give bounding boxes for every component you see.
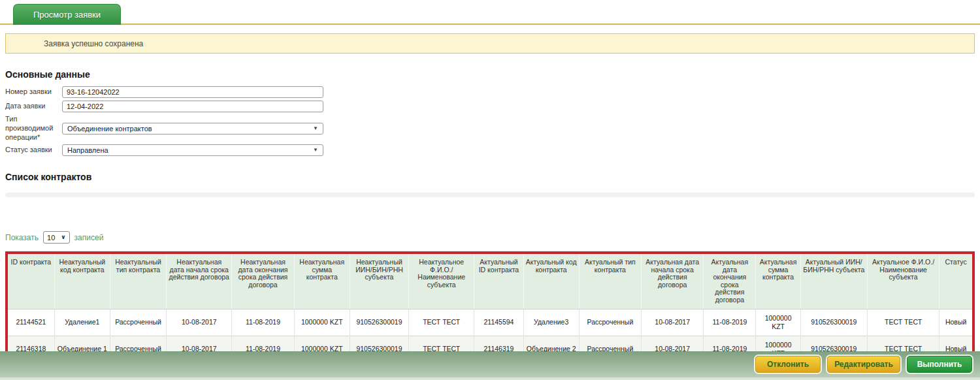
column-header: Актуальный тип контракта: [579, 253, 641, 309]
operation-type-label: Тип производимой операции*: [5, 115, 62, 142]
column-header: Неактуальный тип контракта: [110, 253, 166, 309]
table-cell: 21145594: [474, 309, 523, 336]
column-header: Актуальный ИИН/БИН/РНН субъекта: [800, 253, 867, 309]
column-header: ID контракта: [7, 253, 54, 309]
request-date-input[interactable]: [62, 101, 323, 112]
table-header-row: ID контрактаНеактуальный код контрактаНе…: [7, 253, 973, 309]
section-divider: [5, 193, 975, 197]
contracts-table: ID контрактаНеактуальный код контрактаНе…: [5, 251, 975, 365]
status-message: Заявка успешно сохранена: [5, 33, 975, 54]
table-cell: 10-08-2017: [167, 309, 232, 336]
request-status-label: Статус заявки: [5, 146, 62, 155]
request-status-select[interactable]: Направлена ▼: [62, 144, 323, 156]
column-header: Неактуальная дата окончания срока действ…: [232, 253, 294, 309]
table-cell: 1000000 KZT: [756, 309, 800, 336]
column-header: Актуальная сумма контракта: [756, 253, 800, 309]
table-cell: Рассроченный: [579, 309, 641, 336]
page-size-value: 10: [47, 234, 55, 242]
footer: Отклонить Редактировать Выполнить: [0, 351, 980, 380]
table-cell: 21144521: [7, 309, 54, 336]
column-header: Неактуальная дата начала срока действия …: [167, 253, 232, 309]
footer-bottom-strip: [0, 377, 980, 380]
column-header: Неактуальное Ф.И.О./ Наименование субъек…: [409, 253, 474, 309]
form-row-request-status: Статус заявки Направлена ▼: [5, 144, 980, 156]
table-cell: 910526300019: [800, 309, 867, 336]
column-header: Неактуальный ИИН/БИН/РНН субъекта: [350, 253, 408, 309]
main-form: Номер заявки Дата заявки Тип производимо…: [5, 86, 980, 156]
operation-type-select[interactable]: Объединение контрактов ▼: [62, 123, 323, 135]
form-row-request-number: Номер заявки: [5, 86, 980, 98]
table-cell: 10-08-2017: [642, 309, 704, 336]
chevron-down-icon: ▼: [313, 126, 318, 131]
reject-button[interactable]: Отклонить: [755, 356, 821, 373]
table-cell: 910526300019: [350, 309, 408, 336]
main-section-title: Основные данные: [5, 69, 980, 80]
page-size-row: Показать 10 ∨ записей: [5, 231, 980, 244]
table-cell: Новый: [939, 309, 973, 336]
execute-button[interactable]: Выполнить: [907, 356, 972, 373]
form-row-operation-type: Тип производимой операции* Объединение к…: [5, 115, 980, 142]
table-cell: ТЕСТ ТЕСТ: [409, 309, 474, 336]
table-cell: Рассроченный: [110, 309, 166, 336]
table-cell: 11-08-2019: [704, 309, 756, 336]
column-header: Неактуальный код контракта: [54, 253, 110, 309]
contracts-section-title: Список контрактов: [5, 172, 980, 182]
column-header: Актуальное Ф.И.О./ Наименование субъекта: [867, 253, 939, 309]
request-number-input[interactable]: [62, 86, 323, 98]
request-number-label: Номер заявки: [5, 87, 62, 97]
request-status-value: Направлена: [67, 146, 108, 154]
column-header: Актуальный ID контракта: [474, 253, 523, 309]
table-cell: 11-08-2019: [232, 309, 294, 336]
page-size-select[interactable]: 10 ∨: [43, 231, 70, 244]
form-row-request-date: Дата заявки: [5, 101, 980, 112]
column-header: Неактуальная сумма контракта: [294, 253, 350, 309]
edit-button[interactable]: Редактировать: [827, 356, 900, 373]
records-label: записей: [74, 233, 104, 242]
tab-view-request[interactable]: Просмотр заявки: [13, 4, 121, 25]
table-cell: Удаление1: [54, 309, 110, 336]
column-header: Актуальная дата начала срока действия до…: [642, 253, 704, 309]
request-date-label: Дата заявки: [5, 102, 62, 111]
table-cell: 1000000 KZT: [294, 309, 350, 336]
operation-type-value: Объединение контрактов: [67, 125, 152, 133]
column-header: Статус: [939, 253, 973, 309]
table-cell: ТЕСТ ТЕСТ: [867, 309, 939, 336]
tab-bar: Просмотр заявки: [0, 0, 980, 25]
footer-action-bar: Отклонить Редактировать Выполнить: [0, 351, 980, 377]
column-header: Актуальный код контракта: [523, 253, 579, 309]
table-row: 21144521Удаление1Рассроченный10-08-20171…: [7, 309, 973, 336]
column-header: Актуальная дата окончания срока действия…: [704, 253, 756, 309]
chevron-down-icon: ▼: [313, 148, 318, 153]
chevron-down-icon: ∨: [61, 234, 65, 240]
table-cell: Удаление3: [523, 309, 579, 336]
show-label: Показать: [5, 233, 39, 242]
